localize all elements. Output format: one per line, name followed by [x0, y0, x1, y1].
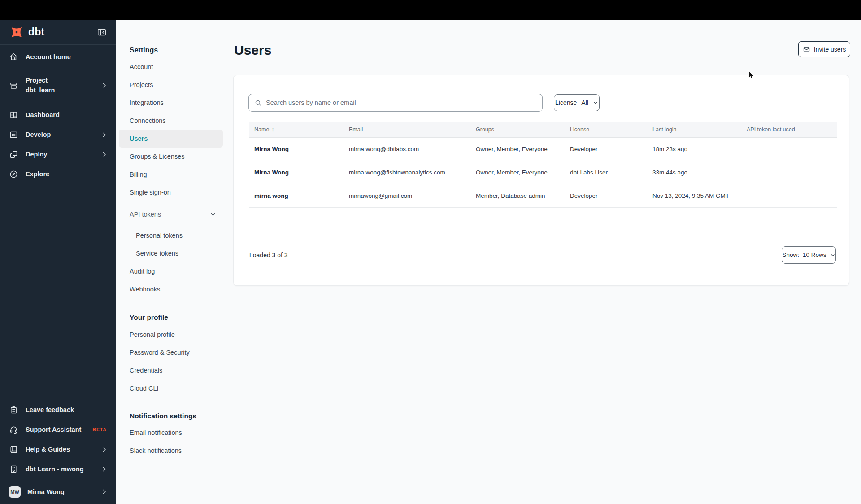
- table-row[interactable]: mirna wong mirnawong@gmail.com Member, D…: [249, 184, 837, 208]
- cell-email: mirna.wong@fishtownanalytics.com: [344, 169, 471, 176]
- dashboard-grid-icon: [9, 110, 18, 120]
- sidebar: dbt Account home Project dbt_learn Dashb…: [0, 20, 116, 504]
- develop-code-icon: [9, 130, 18, 139]
- sidebar-item-label: Support Assistant: [26, 426, 81, 433]
- logo-text: dbt: [28, 26, 44, 38]
- rows-per-page-dropdown[interactable]: Show: 10 Rows: [782, 246, 836, 264]
- cell-name: Mirna Wong: [249, 169, 344, 176]
- chevron-right-icon: [101, 466, 108, 473]
- table-row[interactable]: Mirna Wong mirna.wong@fishtownanalytics.…: [249, 161, 837, 184]
- settings-nav-password-security[interactable]: Password & Security: [119, 343, 223, 361]
- settings-nav-webhooks[interactable]: Webhooks: [119, 280, 223, 298]
- cell-groups: Owner, Member, Everyone: [471, 146, 565, 152]
- book-icon: [9, 445, 18, 454]
- sidebar-item-leave-feedback[interactable]: Leave feedback: [0, 400, 116, 420]
- sidebar-item-explore[interactable]: Explore: [0, 164, 116, 184]
- cell-last-login: 18m 23s ago: [648, 146, 742, 152]
- column-header-name[interactable]: Name↑: [249, 126, 344, 133]
- column-header-groups[interactable]: Groups: [471, 126, 565, 133]
- clipboard-icon: [9, 405, 18, 415]
- invite-users-button[interactable]: Invite users: [798, 41, 850, 57]
- settings-nav-projects[interactable]: Projects: [119, 76, 223, 94]
- sort-ascending-icon: ↑: [271, 126, 274, 133]
- notification-settings-title: Notification settings: [116, 410, 233, 422]
- cell-last-login: Nov 13, 2024, 9:35 AM GMT: [648, 192, 742, 199]
- sidebar-collapse-icon[interactable]: [96, 27, 108, 38]
- page-title: Users: [234, 42, 271, 59]
- settings-nav-single-sign-on[interactable]: Single sign-on: [119, 183, 223, 201]
- headset-icon: [9, 425, 18, 434]
- sidebar-item-label: Dashboard: [26, 111, 60, 118]
- settings-nav-credentials[interactable]: Credentials: [119, 361, 223, 379]
- table-row[interactable]: Mirna Wong mirna.wong@dbtlabs.com Owner,…: [249, 138, 837, 161]
- deploy-windows-icon: [9, 150, 18, 159]
- explore-compass-icon: [9, 169, 18, 179]
- settings-nav-personal-tokens[interactable]: Personal tokens: [119, 226, 223, 244]
- search-input[interactable]: [266, 99, 537, 106]
- settings-nav-title: Settings: [116, 45, 233, 56]
- top-black-bar: [0, 0, 861, 20]
- sidebar-item-dbt-learn[interactable]: dbt Learn - mwong: [0, 459, 116, 479]
- cell-license: dbt Labs User: [565, 169, 648, 176]
- chevron-right-icon: [101, 131, 108, 138]
- sidebar-header: dbt: [0, 20, 116, 44]
- settings-nav-groups-licenses[interactable]: Groups & Licenses: [119, 148, 223, 165]
- settings-nav-billing[interactable]: Billing: [119, 165, 223, 183]
- chevron-down-icon: [830, 252, 835, 258]
- sidebar-item-label: Account home: [26, 53, 71, 61]
- cell-last-login: 33m 44s ago: [648, 169, 742, 176]
- users-card: License All Name↑ Email Groups License L…: [233, 75, 849, 286]
- chevron-right-icon: [101, 151, 108, 158]
- sidebar-item-label: Help & Guides: [26, 446, 70, 453]
- search-box: [248, 94, 543, 112]
- sidebar-user-menu[interactable]: MW Mirna Wong: [0, 479, 116, 504]
- column-header-email[interactable]: Email: [344, 126, 471, 133]
- sidebar-item-develop[interactable]: Develop: [0, 125, 116, 144]
- settings-nav-personal-profile[interactable]: Personal profile: [119, 326, 223, 343]
- sidebar-item-help-guides[interactable]: Help & Guides: [0, 439, 116, 459]
- sidebar-item-deploy[interactable]: Deploy: [0, 144, 116, 164]
- loaded-status: Loaded 3 of 3: [249, 251, 288, 260]
- chevron-right-icon: [101, 488, 108, 495]
- license-filter-value: All: [581, 99, 588, 106]
- column-header-license[interactable]: License: [565, 126, 648, 133]
- sidebar-item-support-assistant[interactable]: Support Assistant BETA: [0, 420, 116, 439]
- chevron-down-icon: [209, 211, 217, 218]
- table-header-row: Name↑ Email Groups License Last login AP…: [249, 122, 837, 138]
- search-icon: [254, 99, 262, 107]
- users-table: Name↑ Email Groups License Last login AP…: [249, 122, 837, 208]
- settings-nav-slack-notifications[interactable]: Slack notifications: [119, 442, 223, 460]
- settings-nav-users[interactable]: Users: [119, 130, 223, 148]
- sidebar-item-label: Project dbt_learn: [26, 76, 55, 95]
- dbt-logo: dbt: [9, 25, 44, 40]
- sidebar-item-account-home[interactable]: Account home: [0, 45, 116, 69]
- cell-license: Developer: [565, 146, 648, 152]
- settings-nav-email-notifications[interactable]: Email notifications: [119, 424, 223, 442]
- settings-nav-audit-log[interactable]: Audit log: [119, 262, 223, 280]
- beta-badge: BETA: [92, 427, 107, 432]
- cell-name: Mirna Wong: [249, 146, 344, 152]
- settings-nav-account[interactable]: Account: [119, 58, 223, 76]
- home-icon: [9, 52, 18, 61]
- settings-nav-cloud-cli[interactable]: Cloud CLI: [119, 379, 223, 397]
- chevron-right-icon: [101, 446, 108, 453]
- settings-nav-integrations[interactable]: Integrations: [119, 94, 223, 112]
- settings-nav: Settings Account Projects Integrations C…: [116, 20, 233, 504]
- sidebar-item-project[interactable]: Project dbt_learn: [0, 69, 116, 102]
- sidebar-item-label: Explore: [26, 170, 49, 178]
- license-filter-label: License: [555, 99, 577, 106]
- settings-nav-connections[interactable]: Connections: [119, 112, 223, 130]
- column-header-last-login[interactable]: Last login: [648, 126, 742, 133]
- show-label: Show:: [782, 252, 799, 258]
- sidebar-item-label: Leave feedback: [26, 406, 74, 413]
- sidebar-item-dashboard[interactable]: Dashboard: [0, 105, 116, 125]
- sidebar-item-label: dbt Learn - mwong: [26, 465, 84, 473]
- dbt-logo-icon: [9, 25, 24, 40]
- sidebar-item-label: Deploy: [26, 151, 47, 158]
- settings-nav-api-tokens[interactable]: API tokens: [119, 205, 223, 223]
- chevron-right-icon: [101, 82, 108, 89]
- settings-nav-service-tokens[interactable]: Service tokens: [119, 244, 223, 262]
- license-filter-dropdown[interactable]: License All: [554, 94, 600, 111]
- cell-license: Developer: [565, 192, 648, 199]
- column-header-api-token[interactable]: API token last used: [742, 126, 837, 133]
